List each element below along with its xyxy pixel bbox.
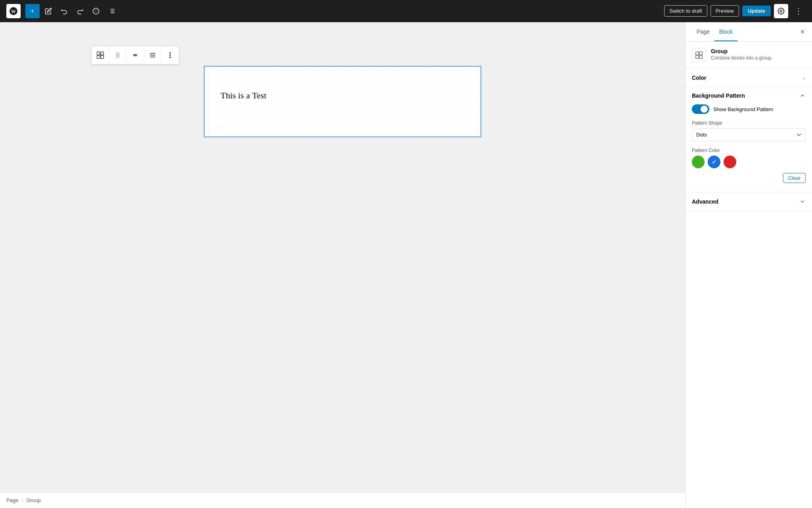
svg-rect-15: [100, 56, 103, 59]
svg-rect-13: [100, 52, 103, 55]
block-info: Group Combine blocks into a group.: [686, 42, 812, 69]
svg-point-27: [169, 57, 171, 58]
svg-point-21: [118, 56, 119, 57]
tab-page[interactable]: Page: [692, 22, 714, 41]
background-pattern-header[interactable]: Background Pattern: [686, 87, 812, 104]
breadcrumb-page[interactable]: Page: [6, 497, 18, 503]
update-button[interactable]: Update: [742, 6, 771, 16]
tab-block[interactable]: Block: [714, 22, 737, 41]
svg-point-18: [116, 55, 117, 56]
advanced-section-header[interactable]: Advanced: [686, 193, 812, 210]
redo-button[interactable]: [73, 4, 87, 18]
background-pattern-section: Background Pattern Show Background Patte…: [686, 87, 812, 193]
group-block-button[interactable]: [92, 46, 109, 64]
color-section-label: Color: [692, 75, 707, 81]
block-toolbar: [91, 46, 179, 64]
background-pattern-chevron-icon: [799, 92, 806, 99]
svg-point-16: [116, 53, 117, 54]
svg-text:W: W: [11, 9, 16, 14]
svg-point-17: [118, 53, 119, 54]
color-section-header[interactable]: Color ⌵: [686, 69, 812, 87]
settings-button[interactable]: [774, 4, 788, 18]
block-container[interactable]: This is a Test: [204, 66, 481, 137]
wp-logo[interactable]: W: [6, 4, 21, 18]
clear-color-button[interactable]: Clear: [783, 173, 806, 183]
color-selected-checkmark: ✓: [712, 159, 716, 165]
pattern-shape-label: Pattern Shape: [692, 120, 806, 126]
drag-handle-button[interactable]: [109, 46, 126, 64]
color-swatch-green[interactable]: [692, 156, 705, 168]
background-pattern-body: Show Background Pattern Pattern Shape Do…: [686, 104, 812, 192]
move-up-down-button[interactable]: [126, 46, 144, 64]
breadcrumb-separator: ›: [21, 497, 23, 503]
add-block-button[interactable]: +: [25, 4, 40, 18]
canvas-area: This is a Test: [0, 22, 685, 508]
toolbar-right: Switch to draft Preview Update ⋮: [664, 4, 806, 18]
block-content-text[interactable]: This is a Test: [205, 67, 481, 125]
advanced-section-label: Advanced: [692, 198, 718, 205]
show-background-pattern-row: Show Background Pattern: [692, 104, 806, 114]
svg-point-20: [116, 56, 117, 57]
sidebar-tabs: Page Block ×: [686, 22, 812, 42]
svg-point-25: [169, 52, 171, 54]
info-button[interactable]: [89, 4, 103, 18]
pattern-shape-select[interactable]: Dots Circles Squares Lines: [692, 128, 806, 141]
list-view-button[interactable]: [105, 4, 119, 18]
color-section: Color ⌵: [686, 69, 812, 87]
sidebar-close-button[interactable]: ×: [796, 25, 809, 38]
color-swatches-row: ✓: [692, 156, 806, 168]
color-swatch-red[interactable]: [724, 156, 736, 168]
block-options-button[interactable]: [161, 46, 179, 64]
svg-rect-29: [699, 52, 703, 55]
pattern-shape-field: Pattern Shape Dots Circles Squares Lines: [692, 120, 806, 141]
show-background-pattern-label: Show Background Pattern: [713, 106, 773, 112]
sidebar-tab-group: Page Block: [692, 22, 737, 41]
toolbar-left: W +: [6, 4, 119, 18]
advanced-section: Advanced: [686, 193, 812, 211]
align-button[interactable]: [144, 46, 161, 64]
svg-point-26: [169, 54, 171, 56]
more-options-button[interactable]: ⋮: [791, 4, 806, 18]
undo-button[interactable]: [57, 4, 71, 18]
block-desc-label: Combine blocks into a group.: [711, 55, 772, 61]
sidebar: Page Block × Group Combine blocks into a…: [685, 22, 812, 508]
svg-rect-14: [97, 56, 100, 59]
main-layout: This is a Test Page Block × Group Combin…: [0, 22, 812, 508]
breadcrumb: Page › Group: [0, 492, 685, 508]
svg-rect-31: [699, 56, 703, 59]
top-toolbar: W + Switch to draft Preview Update ⋮: [0, 0, 812, 22]
preview-button[interactable]: Preview: [710, 5, 739, 17]
edit-button[interactable]: [41, 4, 56, 18]
advanced-section-chevron-icon: [799, 198, 806, 205]
show-background-pattern-toggle[interactable]: [692, 104, 709, 114]
block-icon: [692, 48, 706, 62]
block-info-text: Group Combine blocks into a group.: [711, 48, 772, 61]
pattern-color-field: Pattern Color ✓ Clear: [692, 148, 806, 183]
breadcrumb-group[interactable]: Group: [27, 497, 41, 503]
svg-rect-28: [696, 52, 699, 55]
svg-rect-12: [97, 52, 100, 55]
color-section-chevron-icon: ⌵: [803, 75, 806, 81]
svg-rect-30: [696, 56, 699, 59]
switch-to-draft-button[interactable]: Switch to draft: [664, 5, 707, 17]
block-name-label: Group: [711, 48, 772, 54]
svg-point-11: [780, 10, 782, 12]
svg-point-19: [118, 55, 119, 56]
background-pattern-label: Background Pattern: [692, 92, 745, 99]
color-swatch-blue[interactable]: ✓: [708, 156, 720, 168]
pattern-color-label: Pattern Color: [692, 148, 806, 153]
